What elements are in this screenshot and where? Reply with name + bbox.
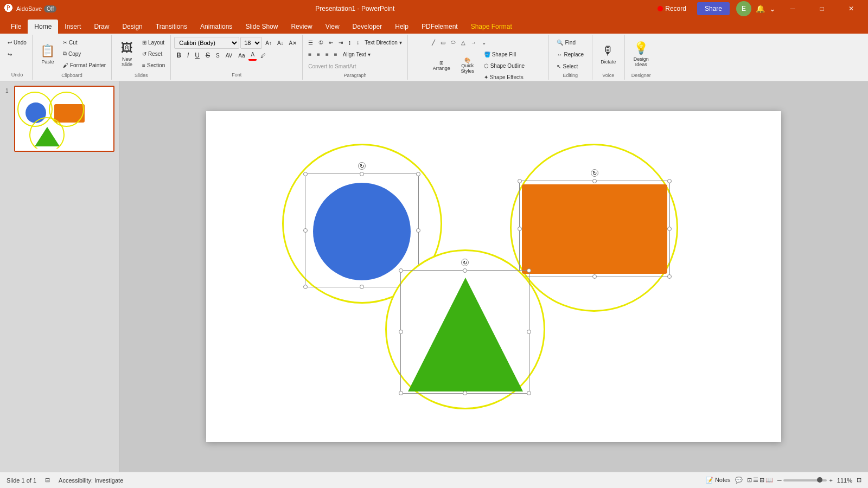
shape-fill-button[interactable]: 🪣 Shape Fill	[482, 49, 527, 60]
tab-slideshow[interactable]: Slide Show	[239, 20, 284, 34]
title-bar: 🅟 AidoSave Off Presentation1 - PowerPoin…	[0, 0, 868, 17]
slide-thumbnail[interactable]	[14, 86, 114, 152]
ribbon: ↩ Undo ↪ Undo 📋 Paste ✂ Cut ⧉ Copy	[0, 34, 868, 81]
change-case-button[interactable]: Aa	[236, 50, 247, 61]
shape-triangle-button[interactable]: △	[459, 37, 468, 48]
ribbon-group-paragraph: ☰ ① ⇤ ⇥ ⫿ ↕ Text Direction▾ ≡ ≡ ≡ ≡ Alig…	[303, 35, 408, 80]
notes-button[interactable]: 📝 Notes	[706, 477, 731, 484]
more-shapes-button[interactable]: ⌄	[480, 37, 488, 48]
increase-indent-button[interactable]: ⇥	[336, 37, 345, 48]
decrease-font-button[interactable]: A↓	[275, 37, 286, 48]
tab-developer[interactable]: Developer	[346, 20, 389, 34]
view-outline-button[interactable]: ☰	[753, 477, 758, 484]
shape-rect-button[interactable]: ▭	[438, 37, 448, 48]
format-painter-button[interactable]: 🖌 Format Painter	[61, 60, 108, 70]
view-normal-button[interactable]: ⊡	[747, 477, 752, 484]
shadow-button[interactable]: S	[214, 50, 222, 61]
fit-slide-button[interactable]: ⊡	[857, 477, 861, 484]
bold-button[interactable]: B	[174, 50, 183, 61]
zoom-in-button[interactable]: +	[829, 477, 832, 484]
redo-button[interactable]: ↪	[5, 49, 14, 60]
tab-pdfelement[interactable]: PDFelement	[415, 20, 464, 34]
clear-format-button[interactable]: A✕	[287, 37, 299, 48]
font-family-select[interactable]: Calibri (Body)	[174, 37, 239, 49]
decrease-indent-button[interactable]: ⇤	[327, 37, 335, 48]
zoom-slider[interactable]	[783, 479, 827, 481]
reset-button[interactable]: ↺ Reset	[140, 48, 167, 59]
tab-shape-format[interactable]: Shape Format	[464, 20, 519, 34]
maximize-button[interactable]: □	[809, 0, 834, 17]
increase-font-button[interactable]: A↑	[263, 37, 274, 48]
auto-save-toggle[interactable]: Off	[44, 5, 56, 12]
section-button[interactable]: ≡ Section	[140, 60, 167, 70]
align-text-button[interactable]: Align Text▾	[341, 49, 373, 60]
font-color-button[interactable]: A	[248, 50, 257, 61]
shape-effects-button[interactable]: ✦ Shape Effects	[482, 72, 527, 82]
zoom-level-label[interactable]: 111%	[837, 477, 852, 484]
accessibility-label[interactable]: Accessibility: Investigate	[59, 477, 123, 484]
view-slide-sorter-button[interactable]: ⊞	[760, 477, 764, 484]
copy-button[interactable]: ⧉ Copy	[61, 48, 108, 59]
tab-home[interactable]: Home	[28, 20, 58, 34]
shape-arrow-button[interactable]: →	[469, 37, 478, 48]
text-direction-button[interactable]: Text Direction▾	[362, 37, 404, 48]
underline-button[interactable]: U	[193, 50, 202, 61]
align-center-button[interactable]: ≡	[315, 49, 322, 60]
share-button[interactable]: Share	[697, 2, 730, 15]
zoom-out-button[interactable]: ─	[777, 477, 782, 484]
highlight-button[interactable]: 🖊	[258, 50, 268, 61]
shape-line-button[interactable]: ╱	[430, 37, 437, 48]
quick-styles-button[interactable]: 🎨 Quick Styles	[456, 53, 480, 79]
tab-design[interactable]: Design	[116, 20, 149, 34]
numbering-button[interactable]: ①	[316, 37, 326, 48]
shape-outline-button[interactable]: ⬡ Shape Outline	[482, 60, 527, 71]
find-button[interactable]: 🔍 Find	[554, 37, 577, 48]
tab-insert[interactable]: Insert	[58, 20, 87, 34]
tab-review[interactable]: Review	[284, 20, 318, 34]
tab-view[interactable]: View	[319, 20, 346, 34]
record-button[interactable]: Record	[653, 3, 691, 15]
close-button[interactable]: ✕	[839, 0, 864, 17]
notifications-icon[interactable]: 🔔	[756, 4, 765, 13]
cut-button[interactable]: ✂ Cut	[61, 37, 108, 48]
slide-outline-icon[interactable]: ⊟	[45, 477, 50, 484]
ribbon-group-drawing: ╱ ▭ ⬭ △ → ⌄ ⊞ Arrange 🎨 Quick Styles	[408, 35, 549, 80]
layout-button[interactable]: ⊞ Layout	[140, 37, 167, 48]
arrange-button[interactable]: ⊞ Arrange	[430, 53, 454, 79]
align-right-button[interactable]: ≡	[323, 49, 331, 60]
new-slide-button[interactable]: 🖼 NewSlide	[115, 37, 139, 72]
char-spacing-button[interactable]: AV	[224, 50, 235, 61]
section-icon: ≡	[142, 62, 145, 68]
align-left-button[interactable]: ≡	[306, 49, 314, 60]
line-spacing-button[interactable]: ↕	[354, 37, 361, 48]
shape-oval-button[interactable]: ⬭	[449, 37, 458, 48]
minimize-button[interactable]: ─	[780, 0, 805, 17]
ribbon-toggle-icon[interactable]: ⌄	[769, 4, 776, 13]
comments-icon[interactable]: 💬	[735, 477, 743, 484]
tab-help[interactable]: Help	[388, 20, 415, 34]
slide-canvas[interactable]: ↻ ↻	[206, 111, 781, 442]
italic-button[interactable]: I	[185, 50, 191, 61]
design-ideas-button[interactable]: 💡 Design Ideas	[629, 37, 653, 72]
convert-smartart-button[interactable]: Convert to SmartArt	[306, 61, 358, 72]
format-painter-icon: 🖌	[63, 62, 68, 68]
slide-thumb-inner	[17, 89, 111, 149]
paste-button[interactable]: 📋 Paste	[36, 37, 60, 72]
tab-draw[interactable]: Draw	[87, 20, 116, 34]
replace-button[interactable]: ↔ Replace	[554, 49, 586, 60]
tab-file[interactable]: File	[4, 20, 28, 34]
view-reading-button[interactable]: 📖	[765, 477, 773, 484]
select-button[interactable]: ↖ Select	[554, 61, 580, 72]
ribbon-group-editing: 🔍 Find ↔ Replace ↖ Select Editing	[549, 35, 592, 80]
strikethrough-button[interactable]: S	[203, 50, 212, 61]
canvas-area[interactable]: ↻ ↻	[119, 81, 868, 472]
user-avatar[interactable]: E	[736, 1, 751, 16]
tab-transitions[interactable]: Transitions	[149, 20, 194, 34]
undo-button[interactable]: ↩ Undo	[5, 37, 29, 48]
columns-button[interactable]: ⫿	[346, 37, 353, 48]
justify-button[interactable]: ≡	[332, 49, 340, 60]
font-size-select[interactable]: 18	[240, 37, 262, 49]
bullets-button[interactable]: ☰	[306, 37, 315, 48]
dictate-button[interactable]: 🎙 Dictate	[596, 37, 620, 72]
tab-animations[interactable]: Animations	[194, 20, 239, 34]
